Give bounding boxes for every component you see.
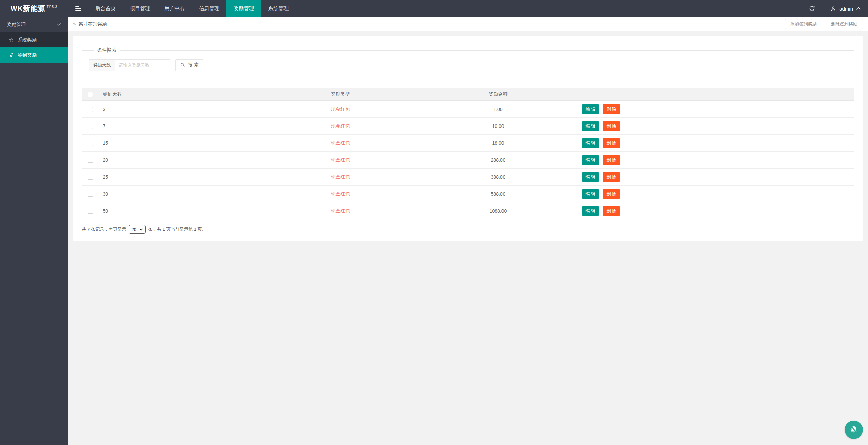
topbar-right: admin <box>802 0 868 17</box>
select-all-checkbox[interactable] <box>88 92 93 97</box>
cell-signin-days: 15 <box>99 135 262 152</box>
row-checkbox-cell <box>82 135 99 152</box>
delete-button[interactable]: 删 除 <box>603 206 620 216</box>
user-icon <box>830 6 836 12</box>
cell-reward-amount: 588.00 <box>419 186 577 202</box>
row-checkbox[interactable] <box>88 192 93 197</box>
content-card: 条件搜索 奖励天数 搜 索 <box>73 36 863 241</box>
nav-item-info[interactable]: 信息管理 <box>192 0 226 17</box>
search-icon <box>180 62 185 68</box>
table-row: 50现金红包1088.00编 辑删 除 <box>82 202 854 219</box>
app-logo-text: WK新能源 <box>11 4 45 13</box>
delete-button[interactable]: 删 除 <box>603 104 620 114</box>
edit-button[interactable]: 编 辑 <box>582 189 599 199</box>
add-signin-reward-button[interactable]: 添加签到奖励 <box>785 19 822 29</box>
row-checkbox[interactable] <box>88 107 93 112</box>
pagination: 共 7 条记录，每页显示 20 条，共 1 页当前显示第 1 页。 <box>82 225 854 234</box>
nav-item-projects[interactable]: 项目管理 <box>123 0 157 17</box>
caret-up-icon <box>856 7 861 10</box>
reward-type-link[interactable]: 现金红包 <box>331 106 350 112</box>
column-days: 签到天数 <box>99 88 262 101</box>
search-button[interactable]: 搜 索 <box>175 59 203 71</box>
cell-reward-type: 现金红包 <box>262 101 419 118</box>
reward-type-link[interactable]: 现金红包 <box>331 157 350 162</box>
row-checkbox[interactable] <box>88 124 93 129</box>
edit-button[interactable]: 编 辑 <box>582 138 599 148</box>
delete-button[interactable]: 删 除 <box>603 155 620 165</box>
search-button-label: 搜 索 <box>188 62 199 68</box>
edit-button[interactable]: 编 辑 <box>582 172 599 182</box>
delete-button[interactable]: 删 除 <box>603 172 620 182</box>
nav-item-system[interactable]: 系统管理 <box>261 0 296 17</box>
bell-off-icon <box>849 425 859 434</box>
search-row: 奖励天数 搜 索 <box>89 59 847 71</box>
sidebar-group-rewards[interactable]: 奖励管理 <box>0 17 68 32</box>
breadcrumb-separator: » <box>73 21 76 27</box>
row-checkbox[interactable] <box>88 158 93 163</box>
row-checkbox-cell <box>82 152 99 169</box>
cell-actions: 编 辑删 除 <box>577 169 854 186</box>
reward-type-link[interactable]: 现金红包 <box>331 174 350 179</box>
reward-type-link[interactable]: 现金红包 <box>331 191 350 196</box>
nav-item-rewards[interactable]: 奖励管理 <box>226 0 261 17</box>
page-size-select[interactable]: 20 <box>129 225 145 234</box>
topbar: WK新能源TP5.3 后台首页 项目管理 用户中心 信息管理 奖励管理 系统管理… <box>0 0 868 17</box>
sidebar-item-signin-rewards[interactable]: 签到奖励 <box>0 47 68 63</box>
nav-item-home[interactable]: 后台首页 <box>88 0 123 17</box>
edit-button[interactable]: 编 辑 <box>582 121 599 131</box>
row-checkbox[interactable] <box>88 175 93 180</box>
sidebar-item-system-rewards[interactable]: ☆ 系统奖励 <box>0 32 68 47</box>
page-size-value: 20 <box>131 227 136 232</box>
rewards-table: 签到天数 奖励类型 奖励金额 3现金红包1.00编 辑删 除7现金红包10.00… <box>82 88 854 219</box>
page-header: » 累计签到奖励 添加签到奖励 删除签到奖励 <box>68 17 868 31</box>
delete-button[interactable]: 删 除 <box>603 138 620 148</box>
menu-toggle-icon[interactable] <box>68 0 88 17</box>
reward-type-link[interactable]: 现金红包 <box>331 140 350 146</box>
column-actions <box>577 88 854 101</box>
cell-actions: 编 辑删 除 <box>577 186 854 202</box>
row-checkbox-cell <box>82 202 99 219</box>
search-legend: 条件搜索 <box>94 47 120 53</box>
table-row: 7现金红包10.00编 辑删 除 <box>82 118 854 135</box>
user-menu[interactable]: admin <box>823 0 868 17</box>
row-checkbox[interactable] <box>88 209 93 214</box>
content: 条件搜索 奖励天数 搜 索 <box>68 31 868 246</box>
table-row: 30现金红包588.00编 辑删 除 <box>82 186 854 202</box>
column-amount: 奖励金额 <box>419 88 577 101</box>
reward-type-link[interactable]: 现金红包 <box>331 208 350 213</box>
table-row: 25现金红包388.00编 辑删 除 <box>82 169 854 186</box>
cell-reward-type: 现金红包 <box>262 186 419 202</box>
main-area: » 累计签到奖励 添加签到奖励 删除签到奖励 条件搜索 奖励天数 <box>68 17 868 445</box>
notifications-toggle-button[interactable] <box>845 421 863 439</box>
sidebar-item-label: 系统奖励 <box>18 37 37 43</box>
delete-button[interactable]: 删 除 <box>603 121 620 131</box>
refresh-icon[interactable] <box>802 0 823 17</box>
app-logo: WK新能源TP5.3 <box>0 0 68 17</box>
sidebar: 奖励管理 ☆ 系统奖励 签到奖励 <box>0 17 68 445</box>
edit-button[interactable]: 编 辑 <box>582 155 599 165</box>
app-logo-version: TP5.3 <box>47 5 58 9</box>
chevron-down-icon <box>57 23 61 26</box>
delete-signin-reward-button[interactable]: 删除签到奖励 <box>826 19 863 29</box>
top-nav: 后台首页 项目管理 用户中心 信息管理 奖励管理 系统管理 <box>88 0 296 17</box>
breadcrumb: » 累计签到奖励 <box>73 21 107 27</box>
nav-item-users[interactable]: 用户中心 <box>157 0 192 17</box>
edit-button[interactable]: 编 辑 <box>582 104 599 114</box>
row-checkbox-cell <box>82 101 99 118</box>
row-checkbox-cell <box>82 186 99 202</box>
row-checkbox[interactable] <box>88 141 93 146</box>
cell-reward-amount: 10.00 <box>419 118 577 135</box>
cell-reward-type: 现金红包 <box>262 118 419 135</box>
table-row: 20现金红包288.00编 辑删 除 <box>82 152 854 169</box>
link-icon <box>8 53 14 58</box>
sidebar-submenu: ☆ 系统奖励 签到奖励 <box>0 32 68 63</box>
search-fieldset: 条件搜索 奖励天数 搜 索 <box>82 47 854 77</box>
cell-actions: 编 辑删 除 <box>577 118 854 135</box>
table-row: 15现金红包18.00编 辑删 除 <box>82 135 854 152</box>
edit-button[interactable]: 编 辑 <box>582 206 599 216</box>
cell-reward-type: 现金红包 <box>262 135 419 152</box>
reward-days-input[interactable] <box>115 59 170 71</box>
reward-type-link[interactable]: 现金红包 <box>331 123 350 129</box>
header-checkbox-cell <box>82 88 99 101</box>
delete-button[interactable]: 删 除 <box>603 189 620 199</box>
